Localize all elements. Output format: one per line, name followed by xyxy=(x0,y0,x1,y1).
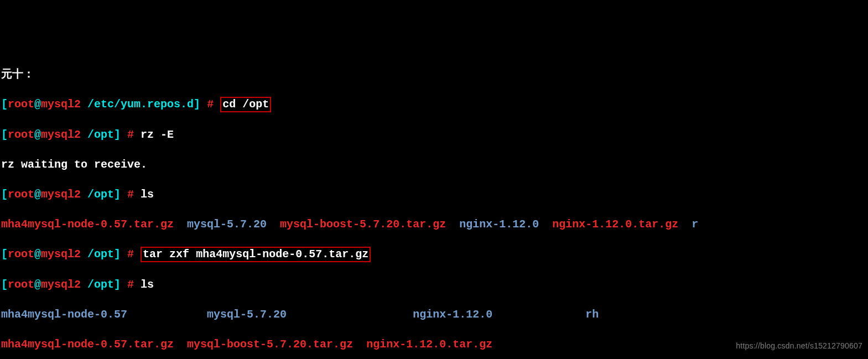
prompt-line-3[interactable]: [root@mysql2 /opt] # ls xyxy=(1,187,867,202)
prompt-line-1[interactable]: [root@mysql2 /etc/yum.repos.d] # cd /opt xyxy=(1,97,867,112)
watermark: https://blog.csdn.net/s15212790607 xyxy=(736,341,862,351)
ls-output-2a: mha4mysql-node-0.57 mysql-5.7.20 nginx-1… xyxy=(1,307,867,322)
output-rz: rz waiting to receive. xyxy=(1,157,867,172)
prompt-line-2[interactable]: [root@mysql2 /opt] # rz -E xyxy=(1,127,867,142)
cmd-tar: tar zxf mha4mysql-node-0.57.tar.gz xyxy=(141,247,371,262)
cmd-cd-opt: cd /opt xyxy=(220,97,271,112)
prompt-line-5[interactable]: [root@mysql2 /opt] # ls xyxy=(1,277,867,292)
cut-text: 元十： xyxy=(1,67,867,82)
prompt-line-4[interactable]: [root@mysql2 /opt] # tar zxf mha4mysql-n… xyxy=(1,247,867,262)
terminal-output: 元十： [root@mysql2 /etc/yum.repos.d] # cd … xyxy=(1,61,867,359)
ls-output-1: mha4mysql-node-0.57.tar.gz mysql-5.7.20 … xyxy=(1,217,867,232)
